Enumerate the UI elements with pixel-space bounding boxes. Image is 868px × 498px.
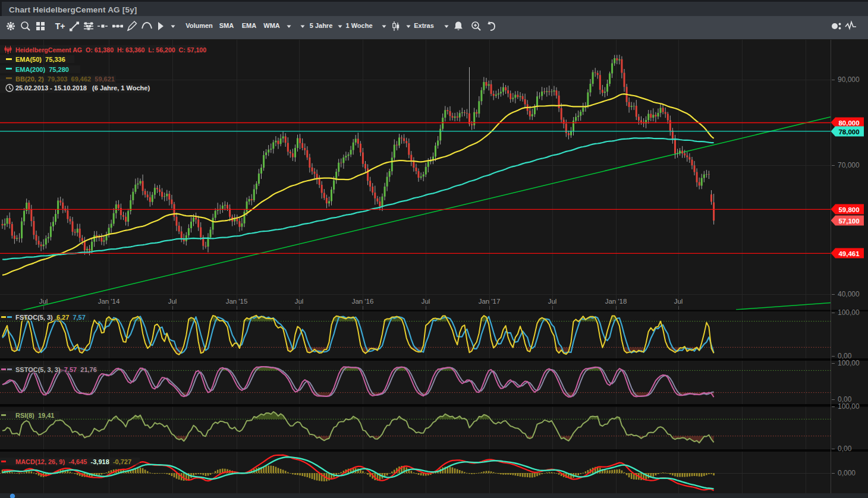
svg-text:Jul: Jul <box>422 298 430 305</box>
svg-text:Jan '18: Jan '18 <box>605 298 627 305</box>
svg-text:78,000: 78,000 <box>838 128 859 135</box>
svg-text:FSTOC(5, 3) 6,27 7,57: FSTOC(5, 3) 6,27 7,57 <box>15 314 86 321</box>
svg-text:BB(20, 2) 79,303 69,462 59,: BB(20, 2) 79,303 69,462 59,621 <box>15 75 115 83</box>
svg-text:Jan '15: Jan '15 <box>226 298 248 305</box>
svg-text:RSI(8) 19,41: RSI(8) 19,41 <box>15 412 54 419</box>
svg-text:Jul: Jul <box>674 298 683 305</box>
svg-text:EMA(200) 75,280: EMA(200) 75,280 <box>15 66 69 73</box>
svg-text:T+: T+ <box>55 21 65 31</box>
svg-text:Jul: Jul <box>548 298 557 305</box>
svg-text:Jan '14: Jan '14 <box>98 298 120 305</box>
svg-text:25.02.2013 - 15.10.2018 (6 J: 25.02.2013 - 15.10.2018 (6 Jahre, 1 Woch… <box>15 84 150 92</box>
svg-text:100,00: 100,00 <box>838 359 860 367</box>
svg-text:HeidelbergCement AG O: 61,380: HeidelbergCement AG O: 61,380 H: 63,360 … <box>15 46 206 53</box>
svg-text:59,800: 59,800 <box>838 206 859 213</box>
svg-text:Jul: Jul <box>39 298 48 305</box>
svg-text:0,000: 0,000 <box>838 469 856 477</box>
svg-text:57,100: 57,100 <box>838 218 859 225</box>
svg-text:49,461: 49,461 <box>838 250 860 257</box>
svg-text:Jul: Jul <box>168 298 177 305</box>
svg-text:100,00: 100,00 <box>838 402 860 411</box>
svg-text:0,00: 0,00 <box>838 445 852 453</box>
svg-text:Jan '17: Jan '17 <box>479 298 501 305</box>
svg-text:MACD(12, 26, 9) -4,645 -3,91: MACD(12, 26, 9) -4,645 -3,918 -0,727 <box>15 458 131 465</box>
svg-text:EMA(50) 75,336: EMA(50) 75,336 <box>15 56 65 63</box>
svg-text:Jul: Jul <box>295 298 304 305</box>
svg-text:70,000: 70,000 <box>838 161 860 169</box>
svg-text:80,000: 80,000 <box>838 119 859 127</box>
svg-text:90,000: 90,000 <box>838 75 860 84</box>
svg-text:SSTOC(5, 3, 3) 7,57 21,76: SSTOC(5, 3, 3) 7,57 21,76 <box>15 366 97 373</box>
svg-text:100,00: 100,00 <box>838 308 860 317</box>
svg-text:40,000: 40,000 <box>838 290 860 298</box>
svg-text:Jan '16: Jan '16 <box>352 298 374 305</box>
